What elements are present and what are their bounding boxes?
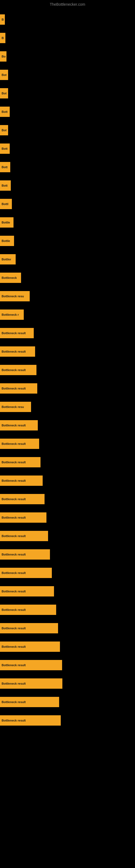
bar-label: Bot (2, 92, 6, 95)
bar-row: Bottleneck result (0, 471, 135, 490)
bar-item: Bottleneck result (0, 531, 48, 541)
bar-label: Bottleneck result (2, 701, 26, 704)
bar-row: Bottleneck result (0, 379, 135, 398)
bar-item: Bottleneck result (0, 715, 61, 725)
bar-label: Bottleneck result (2, 663, 26, 667)
site-title: TheBottlenecker.com (0, 0, 135, 8)
bar-row: Bottleneck result (0, 545, 135, 564)
bar-label: Bottleneck result (2, 682, 26, 685)
bar-label: Bottleneck result (2, 553, 26, 556)
bar-label: Bottleneck result (2, 590, 26, 593)
bar-row: Bottleneck result (0, 416, 135, 435)
bar-row: Bot (0, 84, 135, 102)
bar-item: Bott (0, 180, 11, 191)
bar-row: B (0, 29, 135, 47)
bar-label: Bottleneck result (2, 608, 26, 611)
bar-item: Bottleneck resu (0, 291, 30, 301)
bar-label: Bottleneck (2, 276, 17, 279)
bar-label: Bottleneck r (2, 313, 19, 316)
bar-label: Bottleneck result (2, 719, 26, 722)
bar-item: Bottleneck result (0, 439, 39, 449)
bar-row: Bottleneck result (0, 453, 135, 471)
bar-row: Bottleneck result (0, 508, 135, 527)
bar-label: Bo (2, 55, 6, 58)
bar-item: Bottle (0, 236, 14, 246)
bar-item: Bottleneck result (0, 328, 34, 338)
bar-row: Bottleneck result (0, 638, 135, 656)
bar-label: Bott (2, 110, 8, 113)
bar-label: Bottleneck resu (2, 405, 24, 408)
bar-item: Bott (0, 144, 10, 154)
bar-row: Bottleneck result (0, 490, 135, 508)
bar-label: Bottle (2, 221, 10, 224)
bar-label: Bottleneck result (2, 461, 26, 464)
bars-container: BBBoBotBotBottBotBottBottBottBottlBottle… (0, 8, 135, 733)
bar-row: Bott (0, 102, 135, 121)
bar-label: Bottleneck result (2, 387, 26, 390)
bar-row: B (0, 10, 135, 29)
bar-item: Bottleneck result (0, 420, 38, 431)
bar-row: Bottleneck result (0, 342, 135, 361)
bar-item: Bottle (0, 217, 13, 227)
bar-label: Bottleneck result (2, 332, 26, 335)
bar-label: Bott (2, 165, 8, 169)
bar-row: Bot (0, 121, 135, 140)
bar-row: Bottleneck resu (0, 287, 135, 305)
bar-item: Bottleneck result (0, 457, 41, 467)
bar-row: Bottleneck result (0, 361, 135, 379)
bar-item: Bottleneck result (0, 660, 62, 670)
bar-item: Bottleneck result (0, 513, 46, 523)
bar-label: Bottleneck result (2, 497, 26, 501)
bar-row: Bottleneck result (0, 693, 135, 711)
bar-item: Bot (0, 70, 8, 80)
bar-label: Bottl (2, 203, 8, 206)
bar-row: Bott (0, 176, 135, 195)
bar-row: Bott (0, 158, 135, 176)
bar-item: Bottleneck result (0, 346, 35, 357)
bar-row: Bottleneck result (0, 324, 135, 342)
bar-label: Bot (2, 73, 6, 76)
bar-label: Bot (2, 129, 6, 132)
bar-row: Bottleneck result (0, 656, 135, 674)
bar-item: Bottleneck result (0, 642, 60, 652)
bar-label: Bottleneck resu (2, 294, 24, 298)
bar-row: Bottleneck (0, 269, 135, 287)
bar-row: Bot (0, 66, 135, 84)
bar-label: B (2, 36, 4, 40)
bar-item: Bottleneck result (0, 604, 56, 615)
bar-item: B (0, 14, 5, 25)
bar-item: Bottleneck result (0, 549, 50, 560)
bar-item: Bottleneck result (0, 568, 52, 578)
bar-label: Bottleneck result (2, 627, 26, 630)
bar-item: Bottler (0, 254, 16, 265)
bar-item: Bot (0, 125, 8, 135)
bar-row: Bottleneck resu (0, 398, 135, 416)
bar-label: Bottleneck result (2, 424, 26, 427)
bar-item: B (0, 33, 5, 43)
bar-item: Bottleneck result (0, 494, 45, 504)
bar-item: Bott (0, 162, 10, 172)
bar-item: Bottleneck r (0, 310, 24, 320)
bar-label: Bottleneck result (2, 368, 26, 372)
bar-item: Bott (0, 106, 10, 117)
bar-item: Bottl (0, 199, 12, 209)
bar-item: Bottleneck result (0, 475, 43, 486)
bar-label: Bottler (2, 258, 11, 261)
bar-item: Bottleneck (0, 273, 21, 283)
bar-row: Bottleneck result (0, 600, 135, 619)
bar-row: Bottle (0, 213, 135, 231)
bar-item: Bo (0, 51, 6, 62)
bar-row: Bottleneck result (0, 711, 135, 730)
bar-item: Bot (0, 88, 8, 98)
bar-row: Bottleneck result (0, 435, 135, 453)
bar-row: Bottleneck result (0, 674, 135, 693)
bar-label: Bottleneck result (2, 479, 26, 482)
bar-label: Bottle (2, 239, 10, 243)
bar-label: Bott (2, 147, 8, 150)
bar-item: Bottleneck result (0, 697, 59, 707)
bar-item: Bottleneck result (0, 678, 62, 689)
bar-item: Bottleneck result (0, 365, 37, 375)
bar-row: Bottl (0, 195, 135, 213)
bar-label: Bottleneck result (2, 571, 26, 575)
bar-label: Bottleneck result (2, 534, 26, 538)
